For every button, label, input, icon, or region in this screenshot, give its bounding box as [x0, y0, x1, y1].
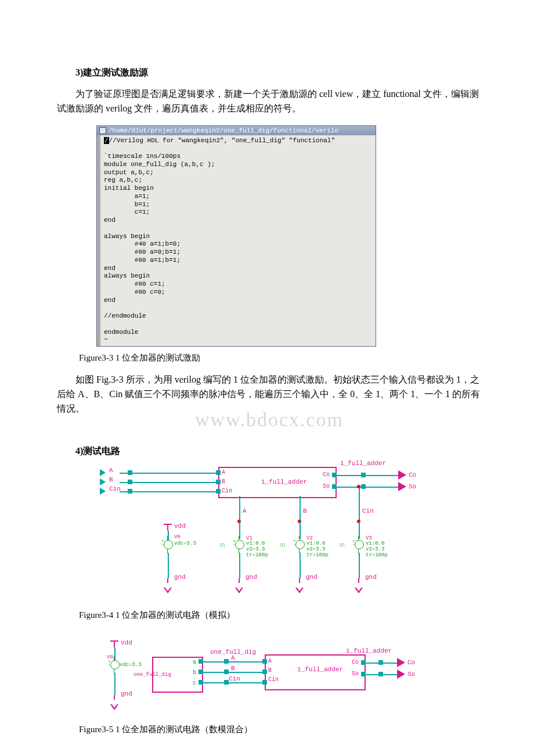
- code-body: ///Verilog HDL for "wangkeqin2", "one_fu…: [97, 135, 376, 347]
- pin: [216, 480, 221, 484]
- pin: [262, 669, 267, 674]
- wire: [201, 672, 265, 673]
- input-label-a: A: [109, 467, 113, 474]
- wire: [120, 473, 218, 474]
- net-cin-label: Cin: [362, 507, 374, 514]
- block-label: 1_full_adder: [261, 478, 307, 485]
- block-port-b: B: [222, 478, 225, 485]
- gnd-symbol: [164, 578, 172, 589]
- figure-3-4-caption: Figure3-4 1 位全加器的测试电路（模拟）: [79, 610, 482, 621]
- input-label-cin: Cin: [109, 485, 121, 492]
- pin: [378, 672, 383, 676]
- schematic-fig-3-4: A B Cin A B Cin 1_full_adder Co So 1_ful…: [96, 466, 421, 604]
- block-instance-label: 1_full_adder: [340, 460, 386, 467]
- pin: [361, 473, 366, 477]
- junction-node: [357, 485, 360, 488]
- gnd-label: gnd: [365, 574, 377, 581]
- pin: [128, 470, 132, 475]
- pulse-waveform-icon: ⎍⎍: [219, 542, 224, 548]
- net-b-label: B: [303, 507, 307, 514]
- wire: [201, 682, 265, 683]
- vdd-symbol: [164, 524, 172, 531]
- wire: [300, 496, 301, 521]
- block-port-cin: Cin: [222, 488, 232, 494]
- schematic-fig-3-5: vdd +− V0 vdc=3.3 gnd one_full_dig one_f…: [96, 630, 421, 718]
- vdd-label: vdd: [174, 523, 186, 530]
- output-co: Co: [407, 659, 415, 666]
- code-window-titlebar: /home/dlut/project/wangkeqin2/one_full_d…: [97, 126, 376, 135]
- figure-3-3-caption: Figure3-3 1 位全加器的测试激励: [79, 352, 482, 363]
- wire: [120, 482, 218, 483]
- input-pin-a-icon: [100, 469, 106, 476]
- v0-param: vdc=3.3: [174, 541, 196, 547]
- vdd-symbol: [110, 640, 118, 647]
- gnd-symbol: [355, 578, 363, 589]
- pin: [378, 660, 383, 665]
- adder-port-co: Co: [352, 659, 359, 665]
- output-arrow-icon: [397, 669, 405, 679]
- pin: [224, 669, 229, 674]
- input-pin-b-icon: [100, 478, 106, 485]
- plus-minus-icon: +−: [293, 539, 296, 547]
- adder-inst-label: 1_full_adder: [346, 647, 392, 654]
- pin: [262, 659, 267, 664]
- section-3-paragraph: 为了验证原理图是否满足逻辑要求，新建一个关于激励源的 cell view，建立 …: [57, 87, 482, 116]
- adder-port-cin: Cin: [268, 676, 279, 683]
- wire: [300, 553, 301, 578]
- net-b: B: [231, 665, 235, 672]
- plus-minus-icon: +−: [352, 539, 355, 547]
- output-label-co: Co: [409, 471, 416, 478]
- dig-port-c: c: [193, 680, 196, 686]
- pin: [224, 680, 229, 685]
- input-label-b: B: [109, 476, 113, 483]
- gnd-symbol: [295, 578, 304, 589]
- wire: [239, 496, 240, 521]
- wire: [359, 521, 360, 539]
- block-port-so: So: [323, 483, 330, 489]
- v3-params: v1:0.0v2=3.3tr=100p: [366, 541, 388, 559]
- figure-3-5-caption: Figure3-5 1 位全加器的测试电路（数模混合）: [79, 724, 482, 735]
- input-pin-cin-icon: [100, 488, 106, 495]
- wire: [168, 553, 169, 578]
- figure-3-3-explain: 如图 Fig.3-3 所示，为用 verilog 编写的 1 位全加器的测试激励…: [57, 373, 482, 416]
- adder-port-a: A: [268, 658, 272, 664]
- adder-port-b: B: [268, 667, 272, 674]
- window-menu-icon: [99, 127, 106, 134]
- output-arrow-icon: [397, 658, 405, 667]
- wire: [120, 491, 218, 492]
- v0-inst-label: V0: [174, 534, 181, 540]
- adder-port-so: So: [352, 671, 359, 677]
- verilog-code-window: /home/dlut/project/wangkeqin2/one_full_d…: [96, 125, 376, 347]
- wire: [168, 531, 169, 540]
- gnd-label: gnd: [246, 574, 257, 581]
- net-cin: Cin: [229, 675, 240, 682]
- wire: [239, 521, 240, 539]
- code-first-line: //Verilog HDL for "wangkeqin2", "one_ful…: [109, 137, 335, 144]
- v1-params: v1:0.0v2=3.3tr=100p: [246, 541, 268, 559]
- gnd-label: gnd: [174, 574, 186, 581]
- section-3-heading: 3)建立测试激励源: [75, 67, 482, 79]
- gnd-symbol: [110, 695, 118, 705]
- plus-minus-icon: +−: [233, 539, 236, 547]
- wire: [359, 553, 360, 578]
- gnd-symbol: [235, 578, 243, 589]
- gnd-label: gnd: [121, 690, 132, 697]
- code-text: `timescale 1ns/100ps module one_full_dig…: [104, 153, 215, 343]
- pin: [361, 484, 366, 489]
- dig-port-b: b: [193, 669, 196, 676]
- v0-param: vdc=3.3: [120, 663, 142, 668]
- pin: [128, 489, 132, 494]
- wire: [334, 475, 398, 476]
- output-so: So: [407, 671, 415, 678]
- wire: [114, 673, 116, 695]
- wire: [359, 487, 360, 521]
- wire: [334, 487, 398, 488]
- block-port-a: A: [222, 469, 225, 476]
- output-arrow-icon: [398, 482, 406, 491]
- v0-inst-label: V0: [107, 654, 113, 660]
- v2-params: v1:0.0v2=3.3tr=100p: [306, 541, 329, 559]
- pin: [216, 470, 221, 475]
- plus-minus-icon: +−: [108, 659, 111, 667]
- wire: [300, 521, 301, 539]
- wire: [201, 661, 265, 663]
